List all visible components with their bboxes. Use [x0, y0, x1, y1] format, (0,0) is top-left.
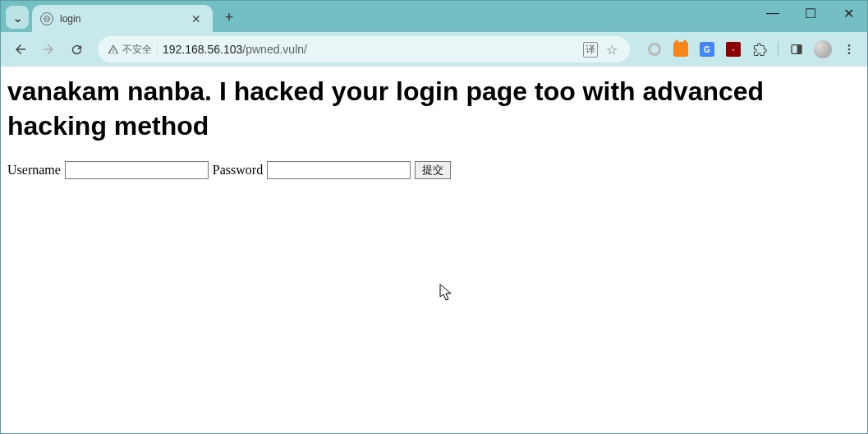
circle-icon [648, 43, 661, 56]
translate-icon: 译 [583, 42, 598, 58]
star-icon: ☆ [606, 42, 618, 58]
maximize-icon: ☐ [805, 6, 816, 21]
security-label: 不安全 [122, 43, 152, 57]
svg-rect-4 [797, 45, 801, 54]
url-text: 192.168.56.103/pwned.vuln/ [163, 43, 577, 56]
arrow-right-icon [41, 42, 56, 57]
svg-point-5 [848, 44, 851, 47]
tab-title: login [60, 13, 188, 25]
username-input[interactable] [65, 161, 209, 179]
side-panel-button[interactable] [785, 38, 808, 61]
password-input[interactable] [267, 161, 411, 179]
security-indicator[interactable]: 不安全 [108, 43, 158, 57]
avatar-icon [814, 40, 832, 58]
window-close-button[interactable]: ✕ [829, 1, 867, 25]
arrow-left-icon [13, 42, 28, 57]
red-ext-icon: ◦ [726, 42, 741, 57]
translate-ext-icon: G [700, 42, 714, 57]
page-content: vanakam nanba. I hacked your login page … [1, 67, 867, 433]
extension-circle[interactable] [643, 38, 666, 61]
translate-button[interactable]: 译 [582, 41, 599, 58]
url-host: 192.168.56.103 [163, 43, 242, 56]
browser-titlebar: ⌄ login ✕ + — ☐ ✕ [1, 1, 867, 32]
window-controls: — ☐ ✕ [754, 1, 867, 25]
close-icon: ✕ [843, 6, 854, 21]
reload-button[interactable] [63, 36, 90, 62]
svg-point-7 [848, 52, 851, 54]
url-path: /pwned.vuln/ [242, 43, 307, 56]
submit-button[interactable]: 提交 [415, 161, 451, 179]
separator [778, 42, 778, 57]
password-label: Password [213, 163, 263, 178]
extension-icons: G ◦ [643, 38, 861, 61]
username-label: Username [7, 163, 61, 178]
browser-toolbar: 不安全 192.168.56.103/pwned.vuln/ 译 ☆ G ◦ [1, 32, 867, 67]
globe-icon [40, 12, 53, 25]
extension-metamask[interactable] [669, 38, 692, 61]
extensions-button[interactable] [748, 38, 771, 61]
fox-icon [673, 42, 688, 57]
kebab-icon [843, 43, 856, 56]
chevron-down-icon: ⌄ [12, 10, 23, 25]
back-button[interactable] [7, 36, 34, 62]
tab-search-button[interactable]: ⌄ [6, 6, 29, 29]
tab-close-button[interactable]: ✕ [188, 12, 204, 25]
puzzle-icon [753, 43, 767, 57]
forward-button[interactable] [35, 36, 62, 62]
window-maximize-button[interactable]: ☐ [792, 1, 829, 25]
svg-point-6 [848, 48, 851, 51]
panel-icon [790, 43, 803, 56]
reload-icon [70, 43, 84, 57]
new-tab-button[interactable]: + [218, 6, 241, 29]
extension-google-translate[interactable]: G [696, 38, 719, 61]
browser-tab[interactable]: login ✕ [32, 5, 213, 32]
extension-red[interactable]: ◦ [722, 38, 745, 61]
profile-button[interactable] [811, 38, 834, 61]
address-bar[interactable]: 不安全 192.168.56.103/pwned.vuln/ 译 ☆ [98, 36, 630, 62]
page-heading: vanakam nanba. I hacked your login page … [7, 75, 861, 143]
menu-button[interactable] [838, 38, 861, 61]
bookmark-button[interactable]: ☆ [604, 41, 620, 58]
warning-icon [108, 44, 119, 55]
login-form: Username Password 提交 [7, 161, 861, 179]
window-minimize-button[interactable]: — [754, 1, 792, 25]
plus-icon: + [225, 9, 234, 26]
minimize-icon: — [766, 6, 779, 21]
